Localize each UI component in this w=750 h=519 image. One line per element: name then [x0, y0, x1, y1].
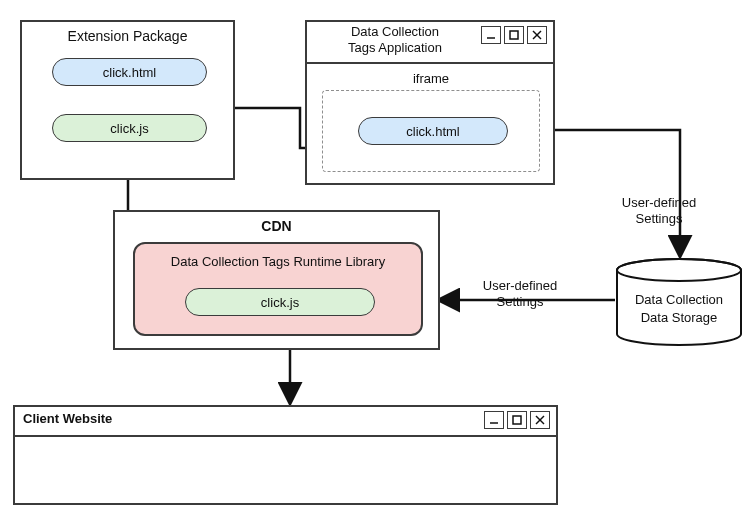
tags-app-window-controls [481, 26, 547, 44]
extension-package-panel: Extension Package click.html click.js [20, 20, 235, 180]
runtime-library-box: Data Collection Tags Runtime Library cli… [133, 242, 423, 336]
ext-click-js-pill: click.js [52, 114, 207, 142]
client-website-titlebar: Client Website [15, 407, 556, 435]
runtime-click-js-label: click.js [261, 295, 299, 310]
maximize-icon[interactable] [507, 411, 527, 429]
runtime-click-js-pill: click.js [185, 288, 375, 316]
maximize-icon[interactable] [504, 26, 524, 44]
client-website-window-controls [484, 411, 550, 429]
iframe-box: iframe click.html [322, 90, 540, 172]
ext-click-js-label: click.js [110, 121, 148, 136]
close-icon[interactable] [527, 26, 547, 44]
settings-label-1: User-defined Settings [604, 195, 714, 228]
close-icon[interactable] [530, 411, 550, 429]
client-website-title: Client Website [23, 411, 112, 426]
minimize-icon[interactable] [484, 411, 504, 429]
svg-rect-7 [513, 416, 521, 424]
ext-click-html-label: click.html [103, 65, 156, 80]
settings-label-2: User-defined Settings [470, 278, 570, 311]
iframe-click-html-label: click.html [406, 124, 459, 139]
iframe-click-html-pill: click.html [358, 117, 508, 145]
db-line1: Data Collection [615, 292, 743, 308]
runtime-library-title: Data Collection Tags Runtime Library [135, 254, 421, 270]
tags-app-title: Data Collection Tags Application [315, 24, 475, 57]
ext-click-html-pill: click.html [52, 58, 207, 86]
minimize-icon[interactable] [481, 26, 501, 44]
svg-rect-1 [510, 31, 518, 39]
extension-package-title: Extension Package [22, 28, 233, 44]
tags-app-titlebar: Data Collection Tags Application [307, 22, 553, 50]
data-storage-db: Data Collection Data Storage [615, 258, 743, 346]
db-line2: Data Storage [615, 310, 743, 326]
client-website-window: Client Website [13, 405, 558, 505]
cdn-title: CDN [115, 218, 438, 234]
cdn-panel: CDN Data Collection Tags Runtime Library… [113, 210, 440, 350]
tags-app-window: Data Collection Tags Application iframe … [305, 20, 555, 185]
iframe-label: iframe [323, 71, 539, 87]
